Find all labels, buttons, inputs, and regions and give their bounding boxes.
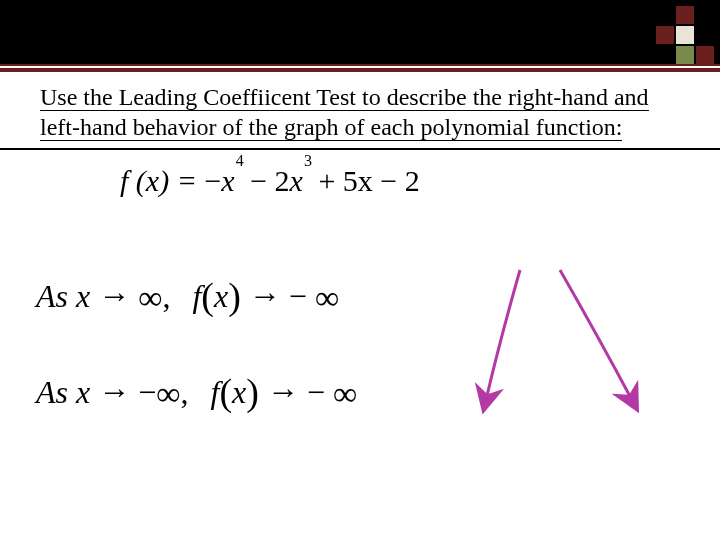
arrow-icon: → (90, 277, 138, 313)
eq-term1: x4 (221, 164, 242, 197)
title-text: Use the Leading Coeffiicent Test to desc… (40, 84, 649, 141)
limit-as-x-to-infinity: As x → ∞, f(x) → − ∞ (36, 272, 339, 316)
slide-banner (0, 0, 720, 72)
fn-f: f (192, 278, 201, 314)
rparen: ) (246, 371, 259, 413)
slide-title: Use the Leading Coeffiicent Test to desc… (40, 82, 690, 142)
end-behavior-arrows (0, 0, 720, 540)
infinity-symbol: ∞ (156, 375, 180, 412)
decor-square (676, 26, 694, 44)
eq-tail: + 5x − 2 (311, 164, 420, 197)
eq-lhs: f (x) = (120, 164, 204, 197)
title-separator (0, 148, 720, 150)
decor-square (696, 46, 714, 64)
comma: , (162, 278, 170, 314)
sign: − (307, 374, 333, 410)
arrow-icon: → (90, 373, 138, 409)
comma: , (181, 374, 189, 410)
arrow-icon: → (259, 373, 307, 409)
sign: − (289, 278, 315, 314)
eq-term2: x3 (290, 164, 311, 197)
limit-as: As x (36, 278, 90, 314)
decor-square (656, 26, 674, 44)
infinity-symbol: ∞ (333, 375, 357, 412)
banner-rule (0, 68, 720, 72)
lparen: ( (219, 371, 232, 413)
infinity-symbol: ∞ (315, 279, 339, 316)
arrow-icon: → (241, 277, 289, 313)
decor-square (676, 6, 694, 24)
lparen: ( (201, 275, 214, 317)
decor-square (676, 46, 694, 64)
infinity-symbol: ∞ (138, 279, 162, 316)
sign: − (138, 374, 156, 410)
rparen: ) (228, 275, 241, 317)
banner-bg (0, 0, 720, 64)
limit-as-x-to-neg-infinity: As x → −∞, f(x) → − ∞ (36, 368, 357, 412)
banner-rule (0, 64, 720, 66)
limit-as: As x (36, 374, 90, 410)
eq-exp2: 3 (304, 152, 312, 169)
eq-var2: x (290, 164, 303, 197)
fn-arg: x (214, 278, 228, 314)
eq-sign: − (204, 164, 221, 197)
eq-var: x (221, 164, 234, 197)
eq-exp: 4 (236, 152, 244, 169)
eq-sign2: − 2 (243, 164, 290, 197)
fn-arg: x (232, 374, 246, 410)
polynomial-equation: f (x) = −x4 − 2x3 + 5x − 2 (120, 164, 420, 198)
